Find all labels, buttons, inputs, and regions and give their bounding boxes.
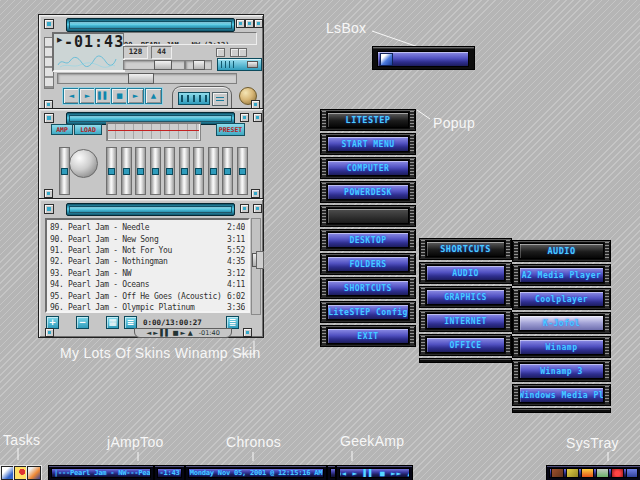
menu-item-computer[interactable]: COMPUTER bbox=[320, 157, 416, 179]
menu-item-folders[interactable]: FOLDERS bbox=[320, 253, 416, 275]
eject-button[interactable]: ▲ bbox=[145, 88, 162, 104]
track-label: 95. Pearl Jam - Off He Goes (Acoustic) bbox=[50, 291, 222, 302]
playlist-row[interactable]: 96. Pearl Jam - Olympic Platinum3:36 bbox=[50, 302, 245, 313]
menu-item-litestep-config[interactable]: LiteSTEP Config bbox=[320, 301, 416, 323]
playlist-row[interactable]: 89. Pearl Jam - Needle2:40 bbox=[50, 222, 245, 233]
eq-band-1[interactable] bbox=[106, 147, 117, 195]
eq-corner-bl[interactable] bbox=[44, 189, 53, 198]
time-display[interactable]: ▶ -01:43 bbox=[52, 32, 125, 72]
seek-bar[interactable] bbox=[57, 73, 237, 84]
track-title-marquee[interactable]: 90. PEARL JAM - NW (3:12) bbox=[123, 32, 257, 45]
main-titlebar[interactable] bbox=[66, 18, 235, 32]
eq-menu-button[interactable] bbox=[44, 113, 54, 123]
systray-health-icon[interactable] bbox=[611, 468, 624, 478]
chronos-clock[interactable]: Monday Nov 05, 2001 @ 12:15:16 AM bbox=[185, 465, 327, 480]
shuffle-display[interactable] bbox=[178, 92, 210, 105]
eq-corner-br[interactable] bbox=[251, 189, 260, 198]
playlist-row[interactable]: 92. Pearl Jam - Nothingman4:35 bbox=[50, 256, 245, 267]
task-icon-fox[interactable] bbox=[27, 466, 41, 480]
eq-band-2[interactable] bbox=[121, 147, 132, 195]
audio-item-coolplayer[interactable]: Coolplayer bbox=[512, 288, 611, 310]
submenu-item-internet[interactable]: INTERNET bbox=[419, 310, 512, 332]
eq-load-button[interactable]: LOAD bbox=[74, 124, 102, 135]
systray-book-icon[interactable] bbox=[551, 468, 564, 478]
eq-band-4[interactable] bbox=[150, 147, 161, 195]
submenu-item-office[interactable]: OFFICE bbox=[419, 334, 512, 356]
next-button[interactable]: ► bbox=[127, 88, 144, 104]
slider-grip[interactable] bbox=[247, 61, 258, 68]
playlist-row[interactable]: 91. Pearl Jam - Not For You5:52 bbox=[50, 245, 245, 256]
jamptoo-time[interactable]: -1:43 bbox=[154, 465, 185, 480]
task-icon-window[interactable] bbox=[1, 466, 15, 480]
jamptoo-nowplaying[interactable]: |---Pearl Jam - NW---Pearl J bbox=[48, 465, 154, 480]
eq-band-5[interactable] bbox=[164, 147, 175, 195]
lsbox-bar[interactable] bbox=[377, 51, 469, 67]
playlist-select-button[interactable]: ▦ bbox=[106, 316, 119, 329]
audio-item-windows-media-player[interactable]: Windows Media Pl bbox=[512, 384, 611, 406]
minimize-button[interactable] bbox=[236, 19, 245, 28]
previous-button[interactable]: ◄ bbox=[63, 88, 80, 104]
audio-item-winamp3[interactable]: Winamp 3 bbox=[512, 360, 611, 382]
playlist-row[interactable]: 95. Pearl Jam - Off He Goes (Acoustic)6:… bbox=[50, 290, 245, 301]
lsbox-window[interactable] bbox=[372, 46, 475, 70]
menu-item-powerdesk[interactable]: POWERDESK bbox=[320, 181, 416, 203]
lsbox-app-icon[interactable] bbox=[380, 53, 393, 66]
playlist-row[interactable]: 93. Pearl Jam - NW3:12 bbox=[50, 268, 245, 279]
balance-handle[interactable] bbox=[193, 60, 205, 70]
playlist-remove-button[interactable]: − bbox=[76, 316, 89, 329]
pl-shade-button[interactable] bbox=[240, 204, 249, 213]
eq-on-button[interactable]: AMP bbox=[51, 124, 73, 135]
menu-item-label: EXIT bbox=[327, 328, 409, 344]
menu-item-desktop[interactable]: DESKTOP bbox=[320, 229, 416, 251]
pl-close-button[interactable] bbox=[253, 204, 262, 213]
task-icon-media[interactable] bbox=[14, 466, 28, 480]
systray-plug-icon[interactable] bbox=[596, 468, 609, 478]
audio-item-a2-media-player[interactable]: A2 Media Player bbox=[512, 264, 611, 286]
menu-item-exit[interactable]: EXIT bbox=[320, 325, 416, 347]
systray-palette-icon[interactable] bbox=[566, 468, 579, 478]
geekamp-controls[interactable]: ◄◄ ► ▌▌ ■ ►► ▲ bbox=[336, 465, 413, 480]
pl-menu-button[interactable] bbox=[44, 204, 54, 214]
playlist-row[interactable]: 90. Pearl Jam - New Song3:11 bbox=[50, 233, 245, 244]
mini-position-slider[interactable] bbox=[217, 58, 262, 71]
audio-item-winamp[interactable]: Winamp bbox=[512, 336, 611, 358]
playlist-mini-transport[interactable]: ◄ ► ▌▌ ■ ► ▲ -01:40 bbox=[134, 328, 232, 338]
playlist-titlebar[interactable] bbox=[66, 203, 235, 216]
volume-slider[interactable] bbox=[123, 60, 185, 70]
geekamp-transport-icons: ◄◄ ► ▌▌ ■ ►► ▲ bbox=[339, 468, 410, 478]
systray-lightning-icon[interactable] bbox=[581, 468, 594, 478]
eq-band-3[interactable] bbox=[135, 147, 146, 195]
eq-ball-knob[interactable] bbox=[69, 149, 98, 178]
eq-band-9[interactable] bbox=[222, 147, 233, 195]
eq-shade-button[interactable] bbox=[240, 113, 249, 122]
seek-handle[interactable] bbox=[128, 73, 154, 84]
eq-preamp-slider[interactable] bbox=[59, 147, 70, 195]
repeat-button[interactable] bbox=[212, 92, 228, 106]
play-button[interactable]: ► bbox=[79, 88, 96, 104]
eq-preset-button[interactable]: PRESET bbox=[216, 123, 245, 136]
track-time: 4:35 bbox=[227, 256, 245, 267]
eq-band-6[interactable] bbox=[179, 147, 190, 195]
playlist-row[interactable]: 94. Pearl Jam - Oceans4:11 bbox=[50, 279, 245, 290]
eq-band-10[interactable] bbox=[237, 147, 248, 195]
eq-close-button[interactable] bbox=[253, 113, 262, 122]
systray-display-icon[interactable] bbox=[626, 468, 638, 478]
close-button[interactable] bbox=[254, 19, 263, 28]
submenu-item-graphics[interactable]: GRAPHICS bbox=[419, 286, 512, 308]
menu-item-start-menu[interactable]: START MENU bbox=[320, 133, 416, 155]
submenu-item-audio[interactable]: AUDIO bbox=[419, 262, 512, 284]
balance-slider[interactable] bbox=[185, 60, 212, 70]
visualization-scribble[interactable] bbox=[56, 53, 118, 69]
pl-corner-bl[interactable] bbox=[45, 328, 54, 337]
eq-band-7[interactable] bbox=[193, 147, 204, 195]
menu-item-shortcuts[interactable]: SHORTCUTS bbox=[320, 277, 416, 299]
pause-button[interactable]: ▌▌ bbox=[95, 88, 112, 104]
eq-band-8[interactable] bbox=[208, 147, 219, 195]
shade-button[interactable] bbox=[245, 19, 254, 28]
resize-grip[interactable] bbox=[256, 251, 264, 269]
volume-handle[interactable] bbox=[154, 60, 172, 70]
main-menu-button[interactable] bbox=[44, 19, 54, 29]
audio-item-k-jofol[interactable]: K-Jofol bbox=[512, 312, 611, 334]
stop-button[interactable]: ■ bbox=[111, 88, 128, 104]
pl-corner-br[interactable] bbox=[243, 328, 252, 337]
